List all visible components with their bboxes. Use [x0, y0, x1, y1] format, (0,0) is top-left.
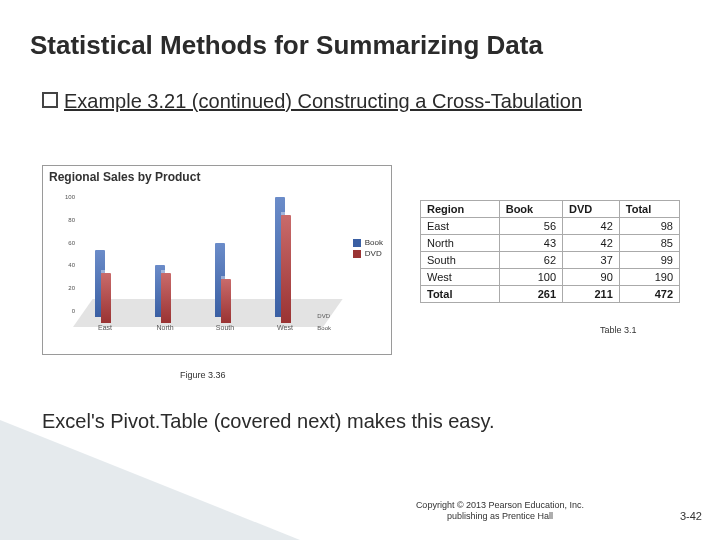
td: 42 [563, 235, 620, 252]
chart-title: Regional Sales by Product [43, 166, 391, 188]
x-label: East [83, 324, 127, 331]
td: 261 [499, 286, 562, 303]
td: 85 [619, 235, 679, 252]
bar-dvd [281, 215, 291, 323]
bullet-text: Example 3.21 (continued) Constructing a … [64, 90, 582, 112]
td: North [421, 235, 500, 252]
table-row: North 43 42 85 [421, 235, 680, 252]
bar-group-west: West [263, 197, 307, 317]
td: South [421, 252, 500, 269]
legend-item: DVD [353, 249, 383, 258]
td: 100 [499, 269, 562, 286]
table-row: West 100 90 190 [421, 269, 680, 286]
chart-legend: Book DVD [353, 236, 383, 260]
td: 99 [619, 252, 679, 269]
slide-number: 3-42 [680, 510, 702, 522]
td: Total [421, 286, 500, 303]
bar-dvd [161, 273, 171, 323]
copyright: Copyright © 2013 Pearson Education, Inc.… [380, 500, 620, 522]
slide: Statistical Methods for Summarizing Data… [0, 0, 720, 540]
depth-label: Book [317, 322, 331, 334]
bullet-icon [42, 92, 58, 108]
bar-dvd [221, 279, 231, 323]
x-label: South [203, 324, 247, 331]
depth-axis-labels: DVD Book [317, 310, 331, 334]
x-label: West [263, 324, 307, 331]
decorative-triangle [0, 420, 300, 540]
td: 211 [563, 286, 620, 303]
legend-label: DVD [365, 249, 382, 258]
td: 56 [499, 218, 562, 235]
chart-plot-area: East North South West [73, 192, 323, 327]
page-title: Statistical Methods for Summarizing Data [30, 30, 690, 61]
th: DVD [563, 201, 620, 218]
td: 472 [619, 286, 679, 303]
chart-figure: Regional Sales by Product 100 80 60 40 2… [42, 165, 392, 355]
td: 62 [499, 252, 562, 269]
bar-group-north: North [143, 197, 187, 317]
table-caption: Table 3.1 [600, 325, 637, 335]
swatch-icon [353, 250, 361, 258]
td: 190 [619, 269, 679, 286]
th: Region [421, 201, 500, 218]
td: West [421, 269, 500, 286]
bar-group-south: South [203, 197, 247, 317]
legend-item: Book [353, 238, 383, 247]
cross-tab-table: Region Book DVD Total East 56 42 98 Nort… [420, 200, 680, 303]
bar-dvd [101, 273, 111, 323]
depth-label: DVD [317, 310, 331, 322]
copyright-line1: Copyright © 2013 Pearson Education, Inc. [416, 500, 584, 510]
swatch-icon [353, 239, 361, 247]
td: 43 [499, 235, 562, 252]
td: 37 [563, 252, 620, 269]
figure-caption: Figure 3.36 [180, 370, 226, 380]
td: 90 [563, 269, 620, 286]
table-total-row: Total 261 211 472 [421, 286, 680, 303]
td: East [421, 218, 500, 235]
td: 98 [619, 218, 679, 235]
legend-label: Book [365, 238, 383, 247]
bar-group-east: East [83, 197, 127, 317]
table-row: East 56 42 98 [421, 218, 680, 235]
x-label: North [143, 324, 187, 331]
bullet-item: Example 3.21 (continued) Constructing a … [42, 90, 680, 113]
table-row: South 62 37 99 [421, 252, 680, 269]
th: Book [499, 201, 562, 218]
copyright-line2: publishing as Prentice Hall [447, 511, 553, 521]
table-header-row: Region Book DVD Total [421, 201, 680, 218]
th: Total [619, 201, 679, 218]
body-text: Excel's Pivot.Table (covered next) makes… [42, 410, 495, 433]
td: 42 [563, 218, 620, 235]
